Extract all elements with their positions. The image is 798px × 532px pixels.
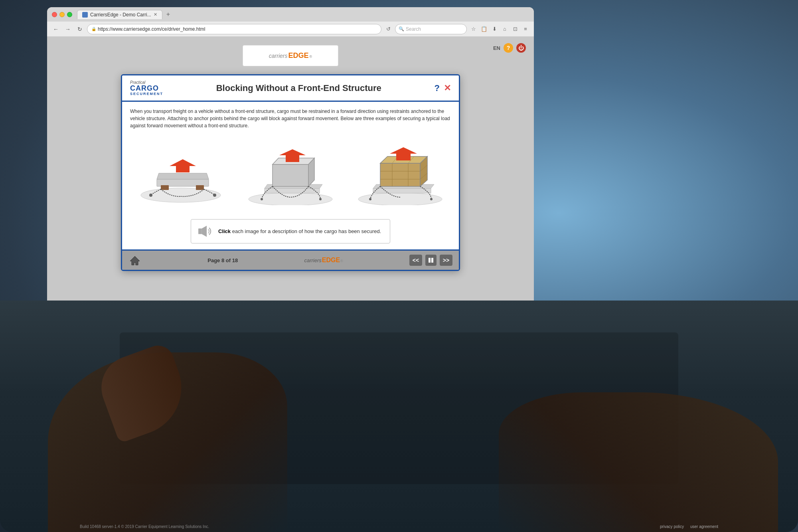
refresh-button[interactable]: ↻ (75, 24, 85, 34)
instruction-box: Click each image for a description of ho… (191, 219, 390, 243)
tab-favicon (82, 12, 88, 18)
tab-area: CarriersEdge - Demo Carri... ✕ + (77, 10, 529, 19)
svg-point-16 (319, 198, 322, 200)
page-header-icons: EN ? ⏻ (493, 43, 526, 53)
svg-rect-18 (373, 188, 431, 193)
minimize-window-button[interactable] (59, 12, 65, 17)
svg-rect-11 (273, 164, 308, 186)
language-button[interactable]: EN (493, 45, 500, 51)
search-bar[interactable]: 🔍 Search (395, 24, 467, 34)
footer-edge: EDGE (322, 257, 340, 264)
page-indicator: Page 8 of 18 (207, 257, 238, 263)
footer-reg: ® (340, 259, 343, 263)
downloads-icon[interactable]: ⬇ (490, 25, 499, 34)
nav-forward-button[interactable]: >> (440, 255, 452, 266)
url-text: https://www.carriersedge.com/ce/driver_h… (98, 26, 205, 32)
toolbar-icons: ☆ 📋 ⬇ ⌂ ⊡ ≡ (469, 25, 530, 34)
svg-point-0 (141, 188, 221, 202)
new-tab-button[interactable]: + (165, 11, 172, 18)
svg-rect-39 (431, 258, 433, 263)
pause-icon (428, 257, 434, 263)
footer-logo: carriers EDGE ® (304, 257, 343, 264)
address-bar[interactable]: 🔒 https://www.carriersedge.com/ce/driver… (87, 24, 381, 34)
tab-close-button[interactable]: ✕ (154, 12, 157, 17)
module-title: Blocking Without a Front-End Structure (163, 83, 435, 93)
page-help-button[interactable]: ? (504, 43, 513, 53)
svg-rect-4 (196, 185, 204, 190)
cargo-illustration-3 (356, 141, 444, 205)
module-footer: Page 8 of 18 carriers EDGE ® << >> (122, 249, 459, 270)
traffic-lights (52, 12, 72, 17)
cargo-illustration-1 (137, 141, 225, 205)
search-placeholder: Search (406, 26, 421, 32)
cargo-images-area (130, 137, 451, 209)
cargo-image-2[interactable] (240, 141, 342, 205)
footer-nav: << >> (409, 255, 452, 266)
logo-carriers-text: carriers (269, 53, 288, 59)
svg-marker-5 (170, 159, 196, 172)
module-help-button[interactable]: ? (435, 83, 440, 93)
browser-toolbar: ← → ↻ 🔒 https://www.carriersedge.com/ce/… (47, 22, 534, 37)
page-content: EN ? ⏻ carriers EDGE ® Practical CARGO S… (47, 37, 534, 310)
browser-tab[interactable]: CarriersEdge - Demo Carri... ✕ (77, 10, 162, 19)
nav-back-button[interactable]: << (409, 255, 422, 266)
reload-button[interactable]: ↺ (384, 25, 393, 34)
module-close-button[interactable]: ✕ (444, 83, 451, 93)
search-icon: 🔍 (399, 26, 404, 32)
power-button[interactable]: ⏻ (516, 43, 526, 53)
logo-reg-text: ® (310, 55, 312, 59)
svg-rect-35 (198, 229, 202, 234)
home-icon[interactable]: ⌂ (500, 25, 509, 34)
tab-title: CarriersEdge - Demo Carri... (90, 12, 151, 18)
logo-securement: SECUREMENT (130, 92, 163, 96)
cargo-illustration-2 (247, 141, 334, 205)
svg-rect-38 (429, 258, 431, 263)
extensions-icon[interactable]: ⊡ (511, 25, 519, 34)
lock-icon: 🔒 (91, 27, 96, 31)
menu-icon[interactable]: ≡ (521, 25, 530, 34)
logo-cargo: CARGO (130, 85, 159, 92)
footer-carriers: carriers (304, 257, 321, 263)
svg-marker-36 (202, 226, 207, 237)
svg-point-34 (430, 198, 433, 200)
svg-rect-3 (161, 185, 169, 190)
build-text-left: Build 10468 server-1.4 © 2019 Carrier Eq… (80, 524, 209, 529)
maximize-window-button[interactable] (67, 12, 72, 17)
module-logo: Practical CARGO SECUREMENT (130, 80, 163, 96)
instruction-bold: Click (218, 228, 231, 234)
instruction-text: Click each image for a description of ho… (218, 228, 381, 234)
module-header-buttons: ? ✕ (435, 83, 451, 93)
svg-point-6 (149, 194, 152, 197)
build-info: Build 10468 server-1.4 © 2019 Carrier Eq… (80, 524, 718, 529)
course-module: Practical CARGO SECUREMENT Blocking With… (121, 74, 460, 271)
browser-titlebar: CarriersEdge - Demo Carri... ✕ + (47, 7, 534, 22)
logo-bar: carriers EDGE ® (243, 45, 338, 66)
svg-point-33 (369, 198, 371, 200)
bookmark-icon[interactable]: ☆ (469, 25, 478, 34)
browser-chrome: CarriersEdge - Demo Carri... ✕ + ← → ↻ 🔒… (47, 7, 534, 37)
home-icon (129, 255, 140, 266)
speaker-icon (198, 224, 213, 238)
reading-list-icon[interactable]: 📋 (480, 25, 488, 34)
forward-button[interactable]: → (63, 24, 73, 34)
footer-home-button[interactable] (128, 254, 141, 267)
module-description: When you transport freight on a vehicle … (130, 108, 451, 129)
svg-point-7 (213, 194, 216, 197)
svg-marker-37 (130, 256, 140, 265)
module-header: Practical CARGO SECUREMENT Blocking With… (122, 75, 459, 102)
logo-edge-text: EDGE (288, 51, 309, 60)
close-window-button[interactable] (52, 12, 57, 17)
back-button[interactable]: ← (51, 24, 61, 34)
svg-rect-20 (380, 163, 420, 186)
site-logo: carriers EDGE ® (269, 51, 312, 60)
user-agreement-link[interactable]: user agreement (690, 524, 718, 529)
svg-rect-9 (265, 188, 320, 193)
cargo-image-1[interactable] (130, 141, 232, 205)
svg-marker-2 (157, 173, 209, 179)
svg-point-15 (261, 198, 263, 200)
module-body: When you transport freight on a vehicle … (122, 102, 459, 249)
nav-pause-button[interactable] (425, 255, 437, 266)
browser-screen: CarriersEdge - Demo Carri... ✕ + ← → ↻ 🔒… (47, 7, 534, 310)
privacy-policy-link[interactable]: privacy policy (660, 524, 684, 529)
cargo-image-3[interactable] (349, 141, 451, 205)
